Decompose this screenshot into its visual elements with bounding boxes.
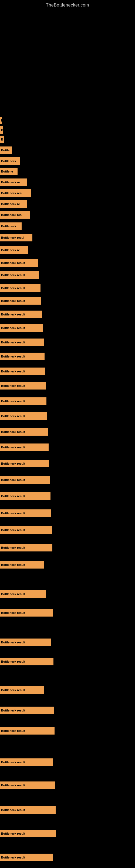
bar-label: Bottleneck result: [1, 611, 25, 614]
bar-label: Bottleneck result: [1, 660, 25, 663]
bar-item: Bottleneck re: [0, 246, 28, 254]
bar-item: Bottleneck result: [0, 509, 51, 517]
bar-label: B: [1, 138, 3, 141]
bar-item: Bottleneck result: [0, 397, 46, 405]
bar-item: Bottleneck result: [0, 412, 47, 420]
bar-label: Bottleneck result: [1, 512, 25, 515]
bar-item: Bottleneck result: [0, 806, 56, 814]
bar-label: Bottleneck result: [1, 273, 25, 277]
bar-label: Bottleneck result: [1, 400, 25, 403]
bar-label: Bottleneck result: [1, 856, 25, 859]
bar-item: Bottlene: [0, 167, 17, 175]
bar-item: Bottleneck resul: [0, 234, 32, 241]
bar-label: Bottleneck resul: [1, 236, 24, 239]
bar-label: Bottleneck result: [1, 761, 25, 764]
bar-label: Bottleneck result: [1, 709, 25, 712]
bar-label: Bottleneck result: [1, 729, 25, 733]
bar-label: Bottleneck result: [1, 546, 25, 549]
bar-label: Bottleneck: [1, 225, 16, 228]
bar-item: Bottleneck result: [0, 271, 39, 279]
bar-item: Bottleneck result: [0, 311, 42, 318]
bar-label: Bottleneck: [1, 159, 16, 163]
bar-label: Bottleneck result: [1, 832, 25, 835]
bar-label: Bottleneck result: [1, 341, 25, 344]
bar-label: Bottleneck result: [1, 299, 25, 303]
bar-label: Bottleneck result: [1, 784, 25, 787]
bar-item: Bottleneck result: [0, 707, 54, 714]
bar-item: Bottleneck result: [0, 854, 53, 861]
bar-item: Bottleneck result: [0, 476, 50, 484]
bar-label: Bottleneck result: [1, 462, 25, 465]
bar-item: Bottleneck result: [0, 492, 50, 500]
bar-label: Bottleneck result: [1, 430, 25, 433]
bar-item: B: [0, 126, 3, 134]
bar-item: Bottleneck result: [0, 368, 45, 375]
bar-label: Bottleneck result: [1, 261, 25, 265]
bar-label: Bottle: [1, 149, 9, 152]
bar-item: Bottleneck re: [0, 200, 27, 208]
bar-label: Bottleneck result: [1, 808, 25, 812]
bar-item: Bottleneck result: [0, 352, 45, 360]
bar-label: Bottlene: [1, 170, 13, 173]
bar-label: Bottleneck res: [1, 213, 21, 216]
bar-item: B: [0, 135, 4, 143]
bar-label: Bottleneck resu: [1, 191, 24, 195]
bar-label: Bottleneck result: [1, 326, 25, 330]
bar-item: Bottleneck result: [0, 758, 53, 766]
bar-label: Bottleneck result: [1, 563, 25, 566]
bar-item: Bottleneck re: [0, 179, 27, 186]
bar-item: Bottle: [0, 147, 12, 154]
bar-label: Bottleneck re: [1, 181, 20, 184]
bar-item: Bottleneck result: [0, 590, 46, 598]
bar-item: Bottleneck resu: [0, 189, 31, 197]
bar-label: Bottleneck result: [1, 384, 25, 388]
bar-item: Bottleneck res: [0, 211, 30, 219]
bar-label: Bottleneck re: [1, 203, 20, 206]
bar-label: Bottleneck result: [1, 478, 25, 482]
bar-item: Bottleneck result: [0, 609, 53, 617]
bar-item: Bottleneck result: [0, 259, 38, 267]
bar-item: Bottleneck result: [0, 781, 55, 789]
bar-label: Bottleneck result: [1, 495, 25, 498]
bar-item: Bottleneck result: [0, 297, 41, 305]
bar-label: Bottleneck result: [1, 286, 25, 290]
bar-item: Bottleneck result: [0, 639, 51, 646]
bar-item: Bottleneck result: [0, 526, 52, 534]
bar-label: Bottleneck result: [1, 313, 25, 316]
bar-label: Bottleneck result: [1, 641, 25, 644]
bar-item: Bottleneck result: [0, 443, 49, 451]
bar-label: Bottleneck result: [1, 528, 25, 532]
bar-label: Bottleneck result: [1, 446, 25, 449]
bar-item: Bottleneck result: [0, 382, 46, 390]
bar-item: Bottleneck result: [0, 686, 44, 694]
bar-item: Bottleneck result: [0, 727, 54, 735]
bar-item: Bottleneck result: [0, 324, 43, 332]
bar-label: Bottleneck result: [1, 370, 25, 373]
bar-item: Bottleneck result: [0, 428, 48, 436]
bar-label: Bottleneck result: [1, 688, 25, 692]
bar-item: B: [0, 117, 2, 124]
bar-label: Bottleneck result: [1, 355, 25, 358]
bar-item: Bottleneck result: [0, 830, 56, 837]
bar-item: Bottleneck result: [0, 460, 49, 467]
bar-item: Bottleneck result: [0, 284, 41, 292]
bar-item: Bottleneck: [0, 157, 20, 165]
bars-container: BBBBottleBottleneckBottleneBottleneck re…: [0, 0, 135, 868]
bar-label: Bottleneck result: [1, 592, 25, 596]
bar-label: Bottleneck result: [1, 414, 25, 418]
bar-label: B: [1, 128, 3, 131]
bar-item: Bottleneck result: [0, 339, 44, 346]
bar-label: Bottleneck re: [1, 248, 20, 252]
bar-item: Bottleneck: [0, 222, 21, 230]
bar-label: B: [1, 119, 2, 122]
bar-item: Bottleneck result: [0, 544, 52, 552]
bar-item: Bottleneck result: [0, 561, 44, 568]
bar-item: Bottleneck result: [0, 658, 53, 665]
